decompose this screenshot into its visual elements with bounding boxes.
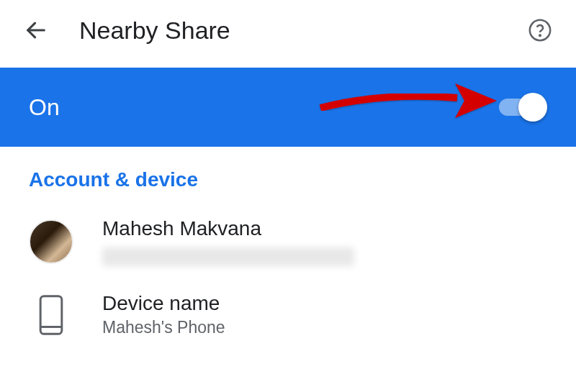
back-button[interactable] [22,16,50,45]
phone-icon-wrapper [29,293,73,337]
account-email-redacted [102,247,354,266]
device-name-value: Mahesh's Phone [102,318,225,337]
svg-rect-4 [40,296,62,334]
toggle-thumb [518,93,547,122]
arrow-left-icon [24,18,48,42]
page-title: Nearby Share [79,17,504,45]
account-row[interactable]: Mahesh Makvana [0,204,576,279]
help-icon [528,18,552,42]
avatar [29,219,73,264]
phone-icon [35,295,67,335]
device-text: Device name Mahesh's Phone [102,292,225,337]
device-name-row[interactable]: Device name Mahesh's Phone [0,279,576,350]
device-name-label: Device name [102,292,225,315]
app-header: Nearby Share [0,0,576,60]
svg-point-2 [539,35,541,37]
help-button[interactable] [526,16,554,45]
toggle-state-label: On [29,94,60,121]
master-toggle-bar[interactable]: On [0,68,576,147]
svg-marker-3 [455,83,497,118]
account-name: Mahesh Makvana [102,217,354,240]
svg-point-1 [530,20,550,40]
master-toggle[interactable] [497,93,547,122]
annotation-arrow [317,79,497,125]
section-header-account-device: Account & device [0,147,576,204]
account-text: Mahesh Makvana [102,217,354,266]
